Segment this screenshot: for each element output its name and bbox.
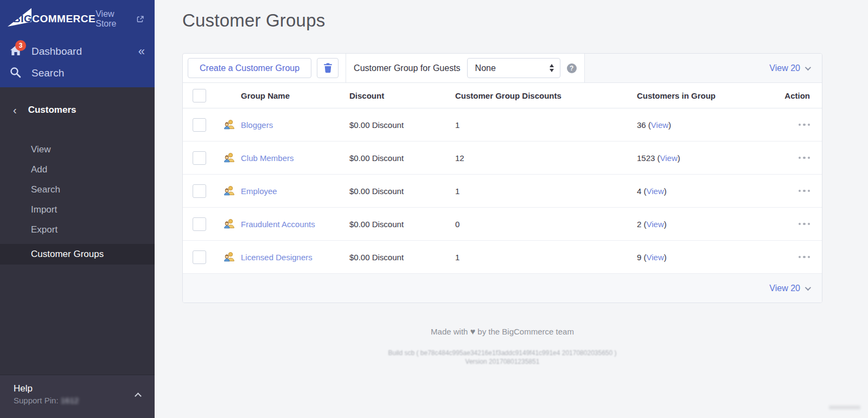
customers-in-group-cell: 1523 (View) — [637, 153, 778, 163]
customers-in-group-cell: 9 (View) — [637, 253, 778, 262]
sidebar-item-search-customers[interactable]: Search — [0, 179, 155, 200]
column-header-group-discounts: Customer Group Discounts — [455, 91, 637, 100]
row-checkbox[interactable] — [193, 250, 206, 264]
customer-group-icon — [223, 152, 235, 163]
view-per-page-top-label: View 20 — [769, 63, 800, 73]
chevron-down-icon — [805, 64, 811, 70]
logo-text-big: BIG — [9, 13, 32, 25]
select-all-checkbox[interactable] — [193, 89, 206, 102]
sidebar-item-view[interactable]: View — [0, 139, 155, 159]
bigcommerce-logo[interactable]: BIGCOMMERCE — [9, 13, 95, 25]
group-name-link[interactable]: Employee — [241, 187, 349, 196]
view-per-page-top-link[interactable]: View 20 — [769, 63, 809, 73]
sidebar-item-customer-groups[interactable]: Customer Groups — [0, 244, 155, 265]
sidebar-item-export[interactable]: Export — [0, 220, 155, 240]
row-actions-menu-icon[interactable] — [799, 220, 810, 229]
build-line: Build scb ( be78c484c995ae34216e1f3addc9… — [182, 349, 822, 357]
heart-icon: ♥ — [470, 327, 476, 336]
row-checkbox[interactable] — [193, 151, 206, 165]
support-pin-label: Support Pin: — [14, 396, 59, 405]
group-name-link[interactable]: Licensed Designers — [241, 253, 349, 262]
sidebar: BIGCOMMERCE View Store 3 Dashb — [0, 0, 155, 418]
group-discounts-cell: 0 — [455, 220, 637, 229]
view-store-label: View Store — [95, 9, 132, 29]
view-customers-link[interactable]: View — [660, 153, 678, 163]
customers-menu: View Add Search Import Export Customer G… — [0, 139, 155, 265]
group-discounts-cell: 1 — [455, 120, 637, 130]
top-pagination-bar: View 20 — [584, 54, 822, 82]
discount-cell: $0.00 Discount — [349, 187, 455, 196]
column-header-discount: Discount — [349, 91, 455, 100]
table-row: Fraudulent Accounts $0.00 Discount 0 2 (… — [183, 208, 822, 241]
collapse-sidebar-icon[interactable]: « — [138, 46, 145, 57]
discount-cell: $0.00 Discount — [349, 220, 455, 229]
group-discounts-cell: 1 — [455, 187, 637, 196]
customer-group-icon — [223, 185, 235, 196]
table-row: Employee $0.00 Discount 1 4 (View) — [183, 175, 822, 208]
customers-in-group-cell: 2 (View) — [637, 220, 778, 229]
sidebar-top-section: BIGCOMMERCE View Store 3 Dashb — [0, 0, 155, 87]
create-customer-group-button[interactable]: Create a Customer Group — [188, 58, 311, 78]
row-checkbox[interactable] — [193, 217, 206, 231]
main-content: Customer Groups Create a Customer Group — [155, 0, 868, 418]
bottom-pagination-bar: View 20 — [183, 274, 822, 303]
sidebar-menu-section: ‹ Customers View Add Search Import Expor… — [0, 87, 155, 265]
discount-cell: $0.00 Discount — [349, 120, 455, 130]
group-name-link[interactable]: Club Members — [241, 153, 349, 163]
customer-groups-panel: Create a Customer Group Customer Group f… — [182, 53, 822, 303]
sidebar-item-dashboard[interactable]: 3 Dashboard « — [0, 42, 155, 61]
customer-group-icon — [223, 218, 235, 229]
discount-cell: $0.00 Discount — [349, 153, 455, 163]
toolbar: Create a Customer Group Customer Group f… — [183, 54, 822, 83]
delete-selected-button[interactable] — [317, 58, 339, 78]
corner-watermark — [829, 406, 860, 409]
view-customers-link[interactable]: View — [651, 120, 668, 130]
row-checkbox[interactable] — [193, 184, 206, 198]
back-chevron-icon[interactable]: ‹ — [13, 105, 17, 115]
view-customers-link[interactable]: View — [647, 187, 664, 196]
view-per-page-bottom-label: View 20 — [769, 284, 800, 293]
table-header-row: Group Name Discount Customer Group Disco… — [183, 83, 822, 108]
guests-group-section: Customer Group for Guests None ? — [346, 54, 584, 82]
table-row: Bloggers $0.00 Discount 1 36 (View) — [183, 108, 822, 142]
made-with-footer: Made with ♥ by the BigCommerce team — [182, 327, 822, 337]
support-pin: Support Pin: 1612 — [14, 396, 144, 405]
customer-group-icon — [223, 252, 235, 262]
row-actions-menu-icon[interactable] — [799, 120, 810, 130]
select-stepper-icon — [550, 64, 554, 72]
dashboard-label: Dashboard — [31, 46, 138, 57]
notification-badge: 3 — [15, 40, 26, 51]
guests-group-select[interactable]: None — [467, 58, 560, 78]
sidebar-item-import[interactable]: Import — [0, 200, 155, 220]
sidebar-item-search[interactable]: Search — [0, 64, 155, 82]
group-name-link[interactable]: Bloggers — [241, 120, 349, 130]
search-icon — [10, 67, 21, 78]
sidebar-section-title: Customers — [28, 105, 76, 115]
page-title: Customer Groups — [182, 10, 868, 31]
help-icon[interactable]: ? — [567, 63, 577, 73]
discount-cell: $0.00 Discount — [349, 253, 455, 262]
customer-group-icon — [223, 119, 235, 130]
group-discounts-cell: 1 — [455, 253, 637, 262]
row-actions-menu-icon[interactable] — [799, 153, 810, 163]
view-customers-link[interactable]: View — [647, 253, 664, 262]
help-panel[interactable]: Help Support Pin: 1612 — [0, 375, 155, 418]
view-per-page-bottom-link[interactable]: View 20 — [769, 284, 809, 293]
row-actions-menu-icon[interactable] — [799, 253, 810, 262]
guests-group-label: Customer Group for Guests — [354, 63, 461, 73]
view-store-link[interactable]: View Store — [95, 9, 144, 29]
search-label: Search — [31, 67, 145, 79]
version-line: Version 20170801235851 — [182, 357, 822, 366]
group-name-link[interactable]: Fraudulent Accounts — [241, 220, 349, 229]
build-info: Build scb ( be78c484c995ae34216e1f3addc9… — [182, 349, 822, 366]
external-link-icon — [137, 15, 144, 23]
app-root: BIGCOMMERCE View Store 3 Dashb — [0, 0, 868, 418]
row-actions-menu-icon[interactable] — [799, 187, 810, 196]
view-customers-link[interactable]: View — [647, 220, 664, 229]
trash-icon — [323, 63, 333, 73]
support-pin-value: 1612 — [61, 396, 79, 405]
guests-group-selected-value: None — [475, 63, 496, 73]
sidebar-item-add[interactable]: Add — [0, 159, 155, 179]
group-discounts-cell: 12 — [455, 153, 637, 163]
row-checkbox[interactable] — [193, 118, 206, 132]
